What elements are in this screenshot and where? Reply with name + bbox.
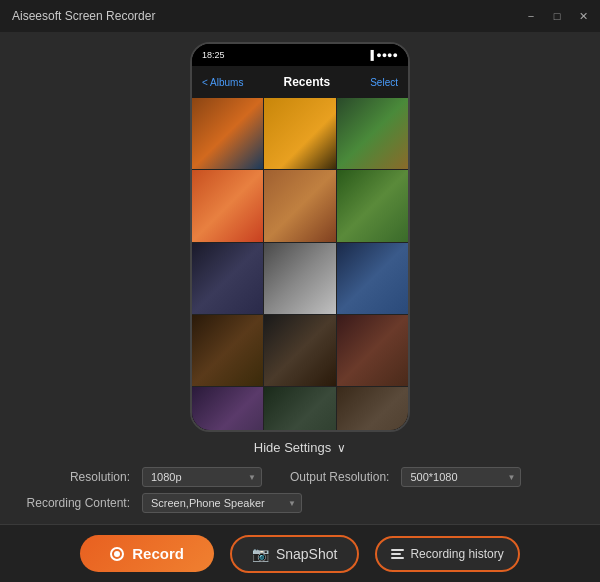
albums-select-button[interactable]: Select: [370, 77, 398, 88]
phone-battery: ▐ ●●●●: [367, 50, 398, 60]
photo-cell[interactable]: [264, 170, 335, 241]
close-button[interactable]: ✕: [574, 7, 592, 25]
app-title: Aiseesoft Screen Recorder: [12, 9, 155, 23]
output-resolution-select[interactable]: 500*1080 720*1280 1080*1920: [401, 467, 521, 487]
phone-status-bar: 18:25 ▐ ●●●●: [192, 44, 408, 66]
main-content: 18:25 ▐ ●●●● < Albums Recents Select: [0, 32, 600, 525]
photo-cell[interactable]: [264, 98, 335, 169]
phone-albums-bar: < Albums Recents Select: [192, 66, 408, 98]
photo-cell[interactable]: [337, 170, 408, 241]
photo-cell[interactable]: [264, 315, 335, 386]
snapshot-label: SnapShot: [276, 546, 338, 562]
minimize-button[interactable]: −: [522, 7, 540, 25]
maximize-button[interactable]: □: [548, 7, 566, 25]
chevron-down-icon: ∨: [337, 441, 346, 455]
resolution-select[interactable]: 1080p 720p 1440p 4K: [142, 467, 262, 487]
resolution-select-wrapper: 1080p 720p 1440p 4K: [142, 467, 262, 487]
photo-cell[interactable]: [192, 315, 263, 386]
phone-time: 18:25: [202, 50, 225, 60]
photo-cell[interactable]: [192, 98, 263, 169]
record-button[interactable]: Record: [80, 535, 214, 572]
photo-cell[interactable]: [192, 243, 263, 314]
photo-cell[interactable]: [337, 243, 408, 314]
settings-row-resolution: Resolution: 1080p 720p 1440p 4K Output R…: [20, 467, 580, 487]
photo-cell[interactable]: [192, 387, 263, 430]
hide-settings-label: Hide Settings: [254, 440, 331, 455]
photo-grid: [192, 98, 408, 430]
albums-back-button[interactable]: < Albums: [202, 77, 243, 88]
title-bar: Aiseesoft Screen Recorder − □ ✕: [0, 0, 600, 32]
photo-cell[interactable]: [264, 243, 335, 314]
camera-icon: 📷: [252, 546, 269, 562]
photo-cell[interactable]: [337, 98, 408, 169]
record-label: Record: [132, 545, 184, 562]
bottom-bar: Record 📷 SnapShot Recording history: [0, 524, 600, 582]
output-resolution-label: Output Resolution:: [290, 470, 389, 484]
albums-title: Recents: [283, 75, 330, 89]
menu-icon: [391, 549, 404, 559]
record-dot: [114, 551, 120, 557]
hide-settings-toggle[interactable]: Hide Settings ∨: [254, 432, 346, 463]
snapshot-button[interactable]: 📷 SnapShot: [230, 535, 360, 573]
recording-content-select[interactable]: Screen,Phone Speaker Screen Only Phone S…: [142, 493, 302, 513]
photo-cell[interactable]: [264, 387, 335, 430]
history-label: Recording history: [410, 547, 503, 561]
phone-mockup: 18:25 ▐ ●●●● < Albums Recents Select: [190, 42, 410, 432]
settings-row-content: Recording Content: Screen,Phone Speaker …: [20, 493, 580, 513]
resolution-label: Resolution:: [20, 470, 130, 484]
output-resolution-select-wrapper: 500*1080 720*1280 1080*1920: [401, 467, 521, 487]
recording-history-button[interactable]: Recording history: [375, 536, 519, 572]
photo-cell[interactable]: [337, 315, 408, 386]
settings-panel: Resolution: 1080p 720p 1440p 4K Output R…: [0, 463, 600, 525]
window-controls: − □ ✕: [522, 7, 592, 25]
photo-cell[interactable]: [337, 387, 408, 430]
recording-content-select-wrapper: Screen,Phone Speaker Screen Only Phone S…: [142, 493, 302, 513]
phone-screen: 18:25 ▐ ●●●● < Albums Recents Select: [192, 44, 408, 430]
record-icon: [110, 547, 124, 561]
recording-content-label: Recording Content:: [20, 496, 130, 510]
photo-cell[interactable]: [192, 170, 263, 241]
